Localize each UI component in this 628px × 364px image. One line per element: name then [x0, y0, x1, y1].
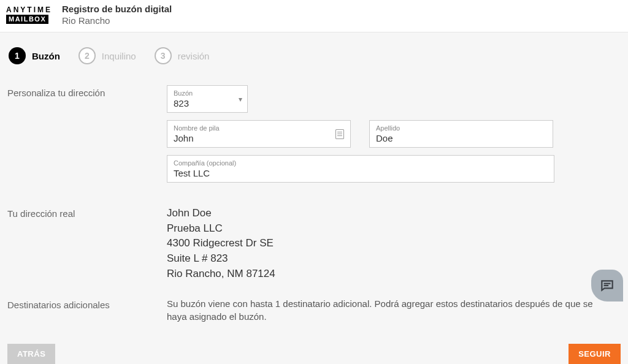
step-mailbox[interactable]: 1 Buzón: [9, 47, 60, 64]
first-name-field[interactable]: Nombre de pila: [167, 120, 351, 148]
section-label: Tu dirección real: [7, 206, 155, 281]
chat-fab[interactable]: [591, 270, 623, 301]
step-label: Buzón: [32, 51, 60, 61]
back-button[interactable]: ATRÁS: [7, 344, 55, 364]
last-name-input[interactable]: [376, 132, 546, 143]
company-input[interactable]: [174, 167, 548, 178]
recipients-info: Su buzón viene con hasta 1 destinatario …: [167, 297, 608, 323]
address-street: 4300 Ridgecrest Dr SE: [167, 236, 621, 251]
step-indicator: 1 Buzón 2 Inquilino 3 revisión: [7, 47, 621, 64]
section-additional-recipients: Destinatarios adicionales Su buzón viene…: [7, 297, 621, 323]
contacts-icon: [335, 129, 344, 139]
field-label: Compañía (opcional): [174, 159, 548, 167]
field-label: Apellido: [376, 124, 546, 132]
mailbox-select[interactable]: Buzón 823 ▾: [167, 85, 248, 113]
step-review[interactable]: 3 revisión: [155, 47, 210, 64]
page-title: Registro de buzón digital: [62, 4, 172, 14]
section-customize-address: Personaliza tu dirección Buzón 823 ▾ Nom…: [7, 85, 621, 190]
step-number: 1: [9, 47, 26, 64]
step-number: 3: [155, 47, 172, 64]
action-bar: ATRÁS SEGUIR: [7, 344, 621, 364]
next-button[interactable]: SEGUIR: [569, 344, 621, 364]
field-label: Nombre de pila: [174, 124, 344, 132]
step-number: 2: [78, 47, 96, 64]
section-real-address: Tu dirección real John Doe Prueba LLC 43…: [7, 206, 621, 281]
address-city: Rio Rancho, NM 87124: [167, 267, 621, 282]
logo-bottom-text: MAILBOX: [6, 15, 48, 24]
step-label: revisión: [178, 51, 210, 61]
section-label: Destinatarios adicionales: [7, 297, 155, 323]
logo-top-text: ANYTIME: [6, 6, 52, 13]
address-suite: Suite L # 823: [167, 251, 621, 267]
header-titles: Registro de buzón digital Rio Rancho: [62, 4, 172, 26]
step-tenant[interactable]: 2 Inquilino: [78, 47, 136, 64]
chat-icon: [599, 278, 615, 294]
step-label: Inquilino: [102, 51, 136, 61]
last-name-field[interactable]: Apellido: [369, 120, 553, 148]
field-label: Buzón: [174, 89, 230, 97]
page-header: ANYTIME MAILBOX Registro de buzón digita…: [0, 0, 628, 32]
company-field[interactable]: Compañía (opcional): [167, 155, 554, 183]
address-block: John Doe Prueba LLC 4300 Ridgecrest Dr S…: [167, 206, 621, 281]
brand-logo: ANYTIME MAILBOX: [6, 6, 52, 24]
address-company: Prueba LLC: [167, 221, 621, 237]
chevron-down-icon: ▾: [239, 95, 242, 104]
mailbox-value: 823: [174, 97, 230, 108]
first-name-input[interactable]: [174, 132, 344, 143]
address-name: John Doe: [167, 206, 621, 221]
main-content: 1 Buzón 2 Inquilino 3 revisión Personali…: [0, 32, 628, 364]
section-body: Buzón 823 ▾ Nombre de pila Apellido: [167, 85, 621, 190]
section-label: Personaliza tu dirección: [7, 85, 155, 190]
page-subtitle: Rio Rancho: [62, 15, 172, 26]
